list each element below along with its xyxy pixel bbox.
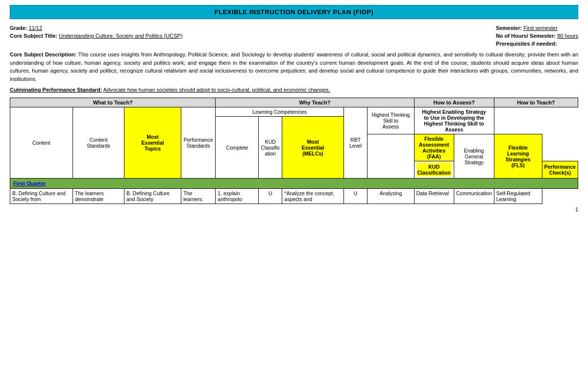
- highest-thinking-skill-header: Highest Thinking Skill toAssess: [368, 107, 414, 134]
- semester-value: First semester: [523, 25, 558, 31]
- kud-classification2-header: [368, 134, 414, 179]
- fls-header: FlexibleLearningStrategies(FLS): [494, 134, 542, 179]
- highest-enabling-strategy-header: Highest Enabling Strategyto Use in Devel…: [414, 107, 494, 134]
- subject-row: Core Subject Title: Understanding Cultur…: [10, 33, 183, 39]
- kud-classification-header: KUDClassification: [259, 117, 282, 179]
- hours-label: No of Hours/ Semester:: [496, 33, 556, 39]
- most-essential-topics-header: MostEssentialTopics: [124, 107, 181, 179]
- grade-row: Grade: 11/12: [10, 25, 183, 31]
- complete-header: Complete: [216, 117, 259, 179]
- what-to-teach-header: What to Teach?: [10, 98, 216, 107]
- cell-fls: Self-Regulated Learning: [494, 189, 542, 204]
- content-header: Content: [10, 107, 73, 179]
- header-bar: FLEXIBLE INSTRUCTION DELIVERY PLAN (FIDP…: [10, 5, 578, 19]
- subject-label: Core Subject Title:: [10, 33, 57, 39]
- culminating-text: Advocate how human societies should adop…: [103, 87, 330, 93]
- cell-enabling: Communication: [454, 189, 494, 204]
- grade-label: Grade:: [10, 25, 27, 31]
- grade-value: 11/12: [29, 25, 43, 31]
- cell-kud2: U: [343, 189, 368, 204]
- cell-rbt-level: Analyzing: [368, 189, 414, 204]
- first-quarter-label: First Quarter: [10, 179, 578, 189]
- table-row: B. Defining Culture and Society from The…: [10, 189, 578, 204]
- cell-performance-standards: The learners:: [181, 189, 216, 204]
- semester-label: Semester:: [496, 25, 522, 31]
- cell-faa: Data Retrieval: [414, 189, 454, 204]
- description-text: This course uses insights from Anthropol…: [10, 51, 578, 82]
- cell-content-standards: The learners demonstrate: [73, 189, 124, 204]
- how-to-assess-header: How to Assess?: [414, 98, 494, 107]
- learning-competencies-header: Learning Competencies: [216, 107, 343, 117]
- prereq-row: Prerequisites if needed:: [496, 41, 578, 47]
- culminating-section: Culminating Performance Standard: Advoca…: [10, 87, 578, 93]
- content-standards-header: ContentStandards: [73, 107, 124, 179]
- hours-row: No of Hours/ Semester: 80 hours: [496, 33, 578, 39]
- meta-section: Grade: 11/12 Core Subject Title: Underst…: [10, 25, 578, 47]
- prereq-label: Prerequisites if needed:: [496, 41, 557, 47]
- cell-content: B. Defining Culture and Society from: [10, 189, 73, 204]
- main-table: What to Teach? Why Teach? How to Assess?…: [10, 98, 578, 204]
- kud-cl2-content-header: KUDClassification: [414, 161, 454, 179]
- performance-checks-header: PerformanceCheck(s): [542, 161, 578, 179]
- first-quarter-row: First Quarter: [10, 179, 578, 189]
- rbt-level-header: RBT Level: [343, 107, 368, 179]
- cell-most-essential-melcs: *Analyze the concept, aspects and: [282, 189, 343, 204]
- faa-header: FlexibleAssessmentActivities(FAA): [414, 134, 454, 161]
- why-teach-header: Why Teach?: [216, 98, 414, 107]
- first-quarter-link[interactable]: First Quarter: [13, 180, 46, 186]
- header-title: FLEXIBLE INSTRUCTION DELIVERY PLAN (FIDP…: [215, 8, 374, 16]
- meta-left: Grade: 11/12 Core Subject Title: Underst…: [10, 25, 183, 47]
- cell-kud: U: [259, 189, 282, 204]
- enabling-strategy-header: EnablingGeneralStrategy: [454, 134, 494, 179]
- meta-right: Semester: First semester No of Hours/ Se…: [496, 25, 578, 47]
- description-section: Core Subject Description: This course us…: [10, 51, 578, 83]
- performance-standards-header: PerformanceStandards: [181, 107, 216, 179]
- semester-row: Semester: First semester: [496, 25, 578, 31]
- subject-value: Understanding Culture, Society and Polit…: [59, 33, 183, 39]
- most-essential-melcs-header: MostEssential(MELCs): [282, 117, 343, 179]
- how-to-teach-header: How to Teach?: [494, 98, 578, 107]
- page-number: 1: [10, 206, 578, 212]
- cell-complete: 1. explain anthropolo: [216, 189, 259, 204]
- culminating-label: Culminating Performance Standard:: [10, 87, 102, 93]
- cell-most-essential-topics: B. Defining Culture and Society: [124, 189, 181, 204]
- hours-value: 80 hours: [557, 33, 578, 39]
- description-label: Core Subject Description:: [10, 51, 76, 57]
